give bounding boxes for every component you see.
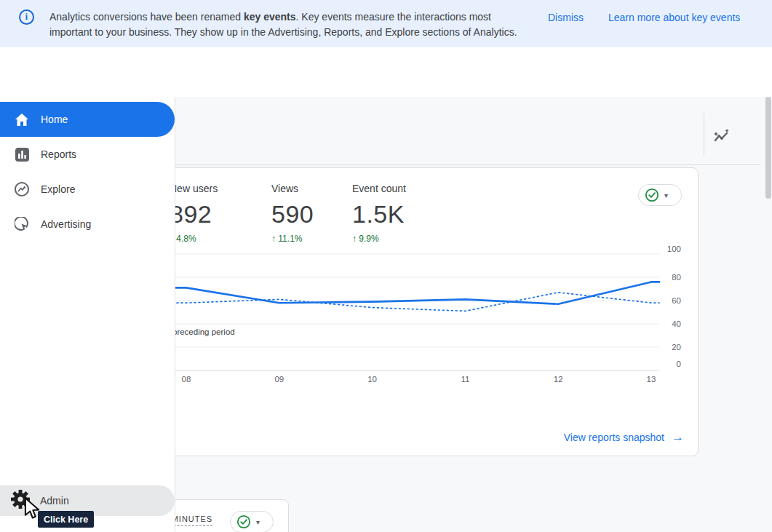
banner-text-pre: Analytics conversions have been renamed	[49, 11, 244, 23]
metric-value: 590	[271, 200, 314, 229]
metric-label: Views	[271, 183, 314, 194]
banner-message: Analytics conversions have been renamed …	[49, 9, 537, 40]
svg-text:09: 09	[274, 375, 284, 384]
svg-text:40: 40	[672, 319, 681, 328]
sidebar-item-label: Home	[41, 114, 68, 125]
sidebar-item-label: Explore	[41, 183, 75, 195]
metric-label: Event count	[352, 183, 406, 194]
metric-value: 892	[170, 200, 218, 229]
key-events-status-dropdown[interactable]: ▾	[638, 184, 682, 206]
sidebar-item-advertising[interactable]: Advertising	[0, 207, 175, 242]
svg-text:10: 10	[367, 375, 377, 384]
banner-text-post: . Key events measure the interactions mo…	[296, 11, 491, 23]
advertising-icon	[13, 217, 31, 231]
svg-text:08: 08	[182, 375, 191, 384]
sidebar-item-explore[interactable]: Explore	[0, 172, 175, 207]
realtime-status-dropdown[interactable]: ▾	[230, 511, 274, 532]
metric-views[interactable]: Views 590 ↑ 11.1%	[271, 183, 314, 244]
metric-new-users[interactable]: New users 892 ↑ 4.8%	[170, 183, 218, 244]
sidebar-item-label: Advertising	[41, 218, 91, 230]
insights-divider	[704, 113, 704, 155]
chevron-down-icon: ▾	[256, 518, 260, 526]
check-circle-icon	[645, 188, 659, 202]
legend-label: preceding period	[172, 327, 235, 336]
notification-banner: i Analytics conversions have been rename…	[0, 0, 772, 47]
explore-icon	[13, 182, 31, 196]
svg-text:100: 100	[667, 245, 681, 253]
metric-event-count[interactable]: Event count 1.5K ↑ 9.9%	[352, 183, 406, 244]
check-circle-icon	[236, 515, 251, 529]
info-icon: i	[19, 9, 34, 25]
metric-value: 1.5K	[352, 200, 406, 229]
arrow-right-icon: →	[672, 430, 684, 445]
dismiss-button[interactable]: Dismiss	[548, 12, 584, 23]
scrollbar-thumb[interactable]	[765, 97, 771, 199]
app-header: Analytics All accounts›Benefits Of Stret…	[0, 47, 772, 97]
home-icon	[13, 114, 31, 126]
bar-chart-icon	[13, 148, 31, 162]
sidebar-item-reports[interactable]: Reports	[0, 137, 175, 172]
svg-text:11: 11	[461, 375, 469, 384]
svg-text:0: 0	[677, 360, 681, 368]
svg-text:20: 20	[672, 343, 681, 352]
banner-text-bold: key events	[244, 11, 296, 23]
metric-label: New users	[170, 183, 218, 194]
sidebar-item-home[interactable]: Home	[0, 102, 175, 137]
svg-text:80: 80	[672, 273, 681, 282]
view-reports-snapshot-link[interactable]: View reports snapshot →	[564, 430, 684, 445]
learn-more-link[interactable]: Learn more about key events	[608, 12, 740, 23]
svg-text:12: 12	[554, 375, 563, 384]
svg-text:13: 13	[647, 375, 656, 384]
insights-icon[interactable]	[713, 128, 731, 144]
content-divider	[175, 164, 760, 165]
click-here-tooltip: Click Here	[38, 511, 94, 528]
sidebar-item-label: Reports	[41, 148, 76, 160]
svg-text:60: 60	[672, 296, 681, 305]
chevron-down-icon: ▾	[664, 191, 668, 199]
banner-text-line2: important to your business. They show up…	[49, 26, 517, 38]
nav-sidebar: Home Reports Explore	[0, 97, 175, 532]
view-reports-label: View reports snapshot	[564, 432, 664, 443]
